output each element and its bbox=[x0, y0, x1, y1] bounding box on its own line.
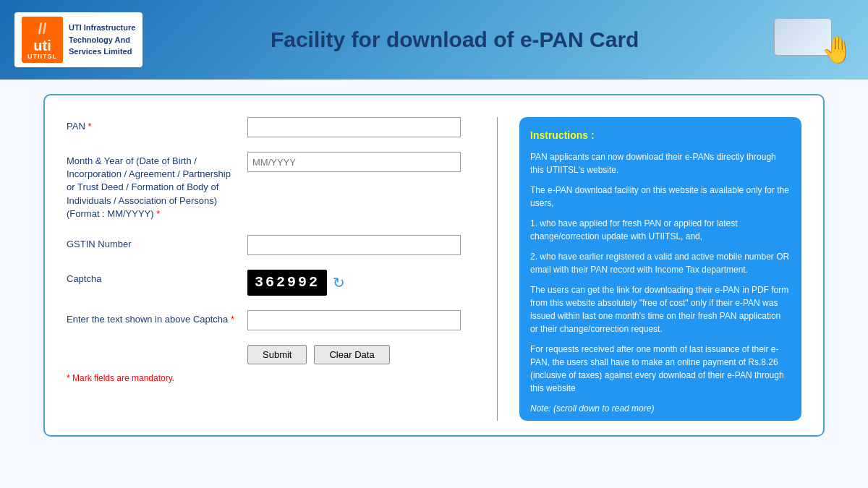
gstin-label: GSTIN Number bbox=[67, 235, 240, 251]
pan-required-star: * bbox=[88, 121, 91, 132]
captcha-image: 362992 bbox=[247, 270, 327, 296]
gstin-input[interactable] bbox=[247, 235, 461, 255]
instruction-p2: The e-PAN download facility on this webs… bbox=[530, 184, 791, 210]
captcha-input-row: Enter the text shown in above Captcha * bbox=[67, 310, 461, 330]
captcha-required-star: * bbox=[231, 314, 234, 325]
submit-button[interactable]: Submit bbox=[247, 345, 307, 364]
instruction-p1: PAN applicants can now download their e-… bbox=[530, 150, 791, 176]
logo-slash-icon: // bbox=[38, 20, 46, 38]
logo-line2: Technology And bbox=[69, 35, 130, 44]
logo-description: UTI Infrastructure Technology And Servic… bbox=[69, 22, 135, 58]
form-panel: PAN * Month & Year of (Date of Birth / I… bbox=[43, 94, 825, 437]
logo-line1: UTI Infrastructure bbox=[69, 23, 135, 32]
captcha-input-label: Enter the text shown in above Captcha * bbox=[67, 310, 240, 326]
month-year-input[interactable] bbox=[247, 152, 461, 172]
section-divider bbox=[497, 117, 498, 421]
logo-utiitsl-text: UTIITSL bbox=[27, 53, 57, 60]
page-title: Facility for download of e-PAN Card bbox=[142, 27, 767, 52]
card-illustration: 🤚 bbox=[774, 14, 854, 65]
buttons-row: Submit Clear Data bbox=[247, 345, 461, 364]
captcha-container: 362992 ↻ bbox=[247, 270, 345, 296]
card-image-area: 🤚 bbox=[767, 14, 854, 65]
logo-box: // uti UTIITSL bbox=[22, 17, 63, 63]
mandatory-note: * Mark fields are mandatory. bbox=[67, 373, 461, 383]
pan-input[interactable] bbox=[247, 117, 461, 137]
instruction-p3: 1. who have applied for fresh PAN or app… bbox=[530, 217, 791, 243]
page-header: // uti UTIITSL UTI Infrastructure Techno… bbox=[0, 0, 868, 80]
captcha-text-input[interactable] bbox=[247, 310, 461, 330]
logo-line3: Services Limited bbox=[69, 47, 132, 56]
refresh-icon[interactable]: ↻ bbox=[333, 274, 345, 291]
instruction-p5: The users can get the link for downloadi… bbox=[530, 283, 791, 335]
clear-data-button[interactable]: Clear Data bbox=[314, 345, 389, 364]
instructions-section: Instructions : PAN applicants can now do… bbox=[519, 117, 801, 421]
logo-uti-text: uti bbox=[33, 38, 51, 53]
form-section: PAN * Month & Year of (Date of Birth / I… bbox=[67, 117, 475, 421]
captcha-label: Captcha bbox=[67, 270, 240, 286]
instruction-p6: For requests received after one month of… bbox=[530, 343, 791, 395]
main-content: PAN * Month & Year of (Date of Birth / I… bbox=[0, 80, 868, 488]
month-year-label: Month & Year of (Date of Birth / Incorpo… bbox=[67, 152, 240, 221]
instructions-title: Instructions : bbox=[530, 128, 791, 143]
logo-container: // uti UTIITSL UTI Infrastructure Techno… bbox=[14, 12, 142, 67]
month-year-row: Month & Year of (Date of Birth / Incorpo… bbox=[67, 152, 461, 221]
month-year-required-star: * bbox=[156, 208, 160, 219]
instruction-p4: 2. who have earlier registered a valid a… bbox=[530, 250, 791, 276]
pan-row: PAN * bbox=[67, 117, 461, 137]
captcha-row: Captcha 362992 ↻ bbox=[67, 270, 461, 296]
gstin-row: GSTIN Number bbox=[67, 235, 461, 255]
instruction-note: Note: (scroll down to read more) bbox=[530, 402, 791, 415]
hand-icon: 🤚 bbox=[821, 35, 854, 65]
pan-label: PAN * bbox=[67, 117, 240, 133]
